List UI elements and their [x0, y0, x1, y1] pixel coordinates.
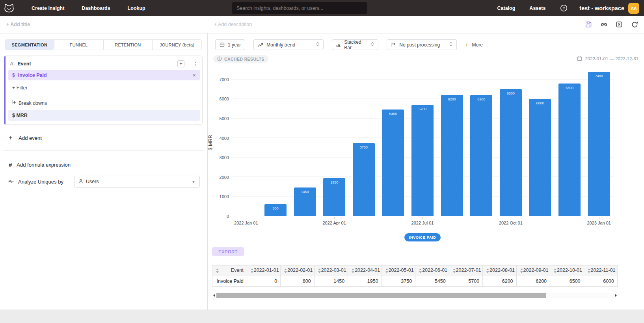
tab-funnel[interactable]: FUNNEL — [54, 40, 103, 50]
table-header-2022-11-01[interactable]: 2022-11-01 — [584, 265, 617, 276]
results-table: Event2022-01-012022-02-012022-03-012022-… — [212, 265, 618, 287]
selected-event-row[interactable]: $ Invoice Paid × — [8, 70, 200, 80]
table-header-2022-01-01[interactable]: 2022-01-01 — [247, 265, 280, 276]
analyze-by-select[interactable]: Users ▼ — [74, 176, 200, 187]
bar-2023-01-01[interactable]: 7400 — [588, 72, 610, 216]
add-formula-button[interactable]: # Add formula expression — [9, 162, 71, 168]
breakdown-property-row[interactable]: $ MRR — [8, 110, 200, 121]
link-icon[interactable] — [600, 20, 608, 28]
y-tick-label: 7000 — [208, 77, 229, 82]
spinner-chevrons-icon — [316, 41, 319, 48]
table-header-2022-05-01[interactable]: 2022-05-01 — [382, 265, 415, 276]
plus-icon: + — [465, 42, 468, 48]
table-header-2022-10-01[interactable]: 2022-10-01 — [550, 265, 584, 276]
nav-dashboards[interactable]: Dashboards — [82, 6, 110, 11]
table-header-2022-04-01[interactable]: 2022-04-01 — [348, 265, 382, 276]
add-filter-button[interactable]: + Filter — [12, 85, 28, 91]
table-header-2022-02-01[interactable]: 2022-02-01 — [281, 265, 314, 276]
x-tick-mark — [334, 217, 335, 219]
remove-event-icon[interactable]: × — [193, 72, 196, 78]
top-nav-right: Catalog Assets ? test - workspace AA — [497, 0, 639, 16]
chart-controls: 1 year Monthly trend Stacked Bar No post… — [215, 39, 483, 50]
results-panel: 1 year Monthly trend Stacked Bar No post… — [207, 33, 644, 310]
table-header-2022-08-01[interactable]: 2022-08-01 — [483, 265, 516, 276]
bar-value-label: 7400 — [588, 74, 610, 78]
x-tick-label: 2023 Jan 01 — [587, 221, 611, 225]
bar-value-label: 6200 — [470, 97, 492, 101]
table-header-2022-06-01[interactable]: 2022-06-01 — [415, 265, 449, 276]
table-cell-value: 5450 — [415, 276, 449, 287]
bar-2022-09-01[interactable]: 6200 — [470, 95, 492, 216]
card-accent-bar — [4, 56, 6, 124]
post-processing-value: No post processing — [399, 42, 440, 48]
bar-2022-02-01[interactable]: 600 — [264, 204, 287, 216]
bar-2022-12-01[interactable]: 6800 — [558, 84, 581, 216]
table-header-2022-03-01[interactable]: 2022-03-01 — [314, 265, 348, 276]
chart-legend: INVOICE PAID — [231, 233, 614, 241]
svg-text:?: ? — [563, 6, 565, 10]
bar-2022-06-01[interactable]: 5450 — [382, 110, 404, 216]
export-button[interactable]: EXPORT — [212, 247, 244, 256]
event-menu-icon[interactable]: ⋮ — [193, 61, 198, 67]
table-cell-event: Invoice Paid — [212, 276, 247, 287]
nav-assets[interactable]: Assets — [529, 6, 545, 11]
add-title-button[interactable]: + Add title — [6, 22, 30, 27]
bar-2022-11-01[interactable]: 6000 — [529, 99, 551, 216]
result-date-range: 2022-01-01 — 2022-12-31 — [577, 56, 638, 61]
add-event-button[interactable]: + Add event — [9, 134, 42, 141]
table-cell-value: 6000 — [584, 276, 617, 287]
tab-journey[interactable]: JOURNEY (beta) — [152, 40, 201, 50]
scrollbar-track[interactable] — [216, 293, 614, 298]
spinner-chevrons-icon — [449, 41, 452, 48]
legend-item-invoice-paid[interactable]: INVOICE PAID — [404, 233, 441, 241]
tab-retention[interactable]: RETENTION — [103, 40, 153, 50]
bar-value-label: 6200 — [441, 97, 463, 101]
tab-segmentation[interactable]: SEGMENTATION — [5, 40, 54, 50]
avatar[interactable]: AA — [628, 3, 639, 14]
post-processing-select[interactable]: No post processing — [387, 39, 457, 50]
bar-value-label: 6500 — [500, 91, 522, 95]
save-icon[interactable] — [584, 20, 592, 28]
workspace-menu[interactable]: test - workspace AA — [579, 3, 639, 14]
bar-2022-03-01[interactable]: 1450 — [294, 187, 316, 216]
nav-create-insight[interactable]: Create insight — [32, 6, 64, 11]
more-button[interactable]: + More — [465, 42, 483, 48]
nav-lookup[interactable]: Lookup — [128, 6, 145, 11]
y-tick-label: 3000 — [208, 155, 229, 160]
search-input[interactable] — [232, 2, 367, 14]
app: Create insight Dashboards Lookup Catalog… — [0, 0, 644, 323]
nav-catalog[interactable]: Catalog — [497, 6, 516, 11]
date-range-text: 2022-01-01 — 2022-12-31 — [585, 56, 638, 61]
x-tick-label: 2022 Oct 01 — [499, 221, 523, 225]
refresh-icon[interactable] — [631, 20, 638, 28]
breakdown-icon — [11, 100, 16, 106]
cat-logo-icon[interactable] — [4, 4, 14, 13]
scrollbar-thumb[interactable] — [216, 293, 546, 298]
scroll-right-icon[interactable] — [614, 292, 618, 298]
add-description-button[interactable]: + Add description — [214, 22, 252, 27]
bar-2022-10-01[interactable]: 6500 — [500, 89, 522, 216]
table-header-2022-09-01[interactable]: 2022-09-01 — [516, 265, 550, 276]
table-horizontal-scrollbar[interactable] — [212, 292, 618, 298]
scroll-left-icon[interactable] — [212, 292, 216, 298]
bar-2022-07-01[interactable]: 5700 — [411, 105, 434, 216]
help-icon[interactable]: ? — [560, 4, 568, 12]
duplicate-event-icon[interactable]: + — [177, 60, 184, 67]
clear-icon[interactable] — [615, 20, 623, 28]
x-tick-mark — [246, 217, 246, 219]
bar-value-label: 6000 — [529, 101, 551, 105]
trend-select[interactable]: Monthly trend — [253, 39, 324, 50]
table-cell-value: 0 — [247, 276, 280, 287]
chart-type-select[interactable]: Stacked Bar — [332, 39, 378, 50]
y-tick-label: 5000 — [208, 116, 229, 121]
breakdowns-label: Break downs — [19, 100, 47, 106]
bar-2022-05-01[interactable]: 3750 — [353, 143, 375, 216]
analyze-uniques-row: Analyze Uniques by — [8, 179, 63, 185]
bar-2022-04-01[interactable]: 1950 — [323, 178, 345, 216]
table-header-event[interactable]: Event — [212, 265, 247, 276]
table-header-2022-07-01[interactable]: 2022-07-01 — [449, 265, 482, 276]
bar-2022-08-01[interactable]: 6200 — [441, 95, 463, 216]
user-icon — [78, 179, 83, 185]
breakdowns-button[interactable]: Break downs — [11, 100, 47, 106]
date-range-button[interactable]: 1 year — [215, 39, 245, 50]
